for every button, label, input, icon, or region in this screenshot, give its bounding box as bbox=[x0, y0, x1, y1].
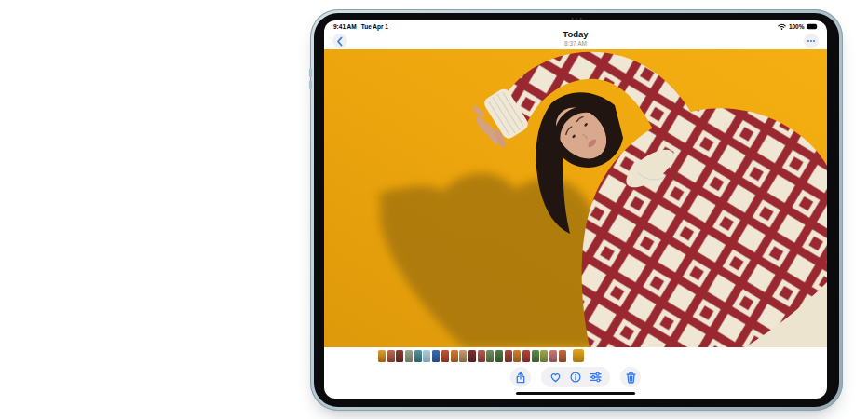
sliders-icon bbox=[590, 372, 602, 383]
ipad-screen: 9:41 AM Tue Apr 1 100% bbox=[324, 20, 827, 399]
thumbnail[interactable] bbox=[513, 350, 521, 362]
photo-toolbar bbox=[324, 367, 827, 387]
page-title: Today bbox=[324, 30, 827, 40]
photo-timestamp: 8:37 AM bbox=[324, 40, 827, 47]
adjust-button[interactable] bbox=[590, 372, 602, 383]
thumbnail[interactable] bbox=[459, 350, 467, 362]
volume-down-button[interactable] bbox=[309, 80, 312, 89]
photo-viewer[interactable] bbox=[324, 49, 827, 347]
thumbnail[interactable] bbox=[432, 350, 440, 362]
thumbnail[interactable] bbox=[540, 350, 548, 362]
thumbnail[interactable] bbox=[505, 350, 512, 362]
thumbnail[interactable] bbox=[441, 350, 449, 362]
home-indicator[interactable] bbox=[516, 392, 635, 396]
thumbnail[interactable] bbox=[387, 350, 395, 362]
thumbnail[interactable] bbox=[396, 350, 403, 362]
nav-title: Today 8:37 AM bbox=[324, 30, 827, 47]
ipad-device: 9:41 AM Tue Apr 1 100% bbox=[310, 9, 843, 411]
more-options-button[interactable] bbox=[804, 34, 819, 48]
status-date: Tue Apr 1 bbox=[361, 23, 388, 30]
info-button[interactable] bbox=[570, 372, 581, 383]
thumbnail[interactable] bbox=[495, 350, 503, 362]
thumbnail[interactable] bbox=[478, 350, 485, 362]
share-icon bbox=[515, 372, 526, 384]
ipad-bezel: 9:41 AM Tue Apr 1 100% bbox=[314, 13, 839, 407]
thumbnail[interactable] bbox=[423, 350, 430, 362]
thumbnail[interactable] bbox=[549, 350, 557, 362]
battery-percent: 100% bbox=[789, 23, 805, 30]
thumbnail-selected[interactable] bbox=[573, 349, 584, 362]
thumbnail[interactable] bbox=[414, 350, 422, 362]
share-button[interactable] bbox=[510, 367, 531, 387]
thumbnail[interactable] bbox=[451, 350, 458, 362]
heart-icon bbox=[549, 372, 562, 383]
thumbnail[interactable] bbox=[378, 350, 386, 362]
trash-icon bbox=[626, 372, 636, 384]
thumbnail[interactable] bbox=[532, 350, 539, 362]
thumbnail[interactable] bbox=[405, 350, 413, 362]
thumbnail[interactable] bbox=[468, 350, 476, 362]
thumbnail[interactable] bbox=[486, 350, 494, 362]
volume-up-button[interactable] bbox=[309, 68, 312, 77]
ellipsis-icon bbox=[807, 40, 815, 42]
front-camera-icon bbox=[572, 18, 582, 20]
page-background: 9:41 AM Tue Apr 1 100% bbox=[0, 0, 868, 419]
delete-button[interactable] bbox=[620, 367, 641, 387]
toolbar-pill bbox=[541, 367, 610, 387]
status-time: 9:41 AM bbox=[333, 23, 357, 30]
thumbnail-strip bbox=[378, 349, 584, 362]
photo-of-person-yellow-wall bbox=[324, 49, 827, 347]
thumbnail[interactable] bbox=[559, 350, 566, 362]
favorite-button[interactable] bbox=[549, 372, 562, 383]
info-icon bbox=[570, 372, 581, 383]
thumbnail[interactable] bbox=[522, 350, 530, 362]
